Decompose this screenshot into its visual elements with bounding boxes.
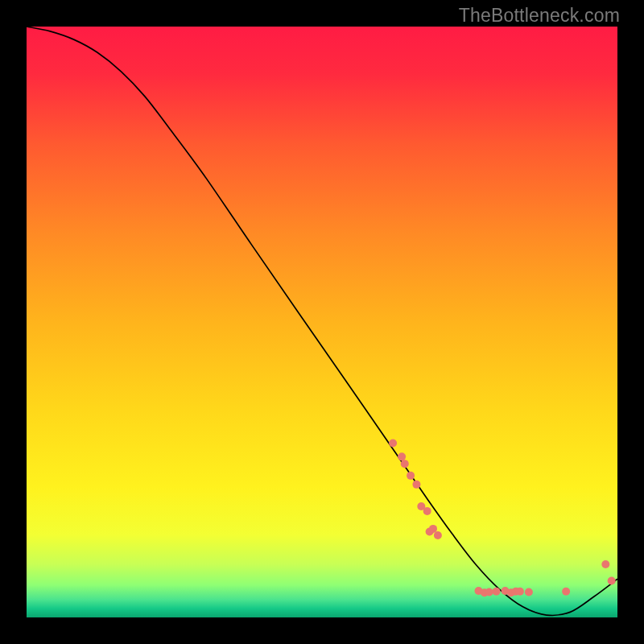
data-point bbox=[525, 588, 533, 596]
data-point bbox=[398, 452, 406, 460]
data-point bbox=[562, 588, 570, 596]
data-point bbox=[516, 588, 524, 596]
data-point bbox=[485, 588, 493, 596]
data-point bbox=[407, 472, 415, 480]
data-point bbox=[601, 560, 609, 568]
watermark-text: TheBottleneck.com bbox=[459, 5, 620, 27]
bottleneck-chart bbox=[27, 27, 617, 617]
data-point bbox=[389, 439, 397, 447]
data-point bbox=[429, 525, 437, 533]
data-point bbox=[434, 531, 442, 539]
data-point bbox=[401, 460, 409, 468]
chart-background bbox=[27, 27, 617, 617]
data-point bbox=[412, 481, 420, 489]
data-point bbox=[423, 507, 431, 515]
data-point bbox=[493, 588, 501, 596]
data-point bbox=[608, 576, 616, 584]
